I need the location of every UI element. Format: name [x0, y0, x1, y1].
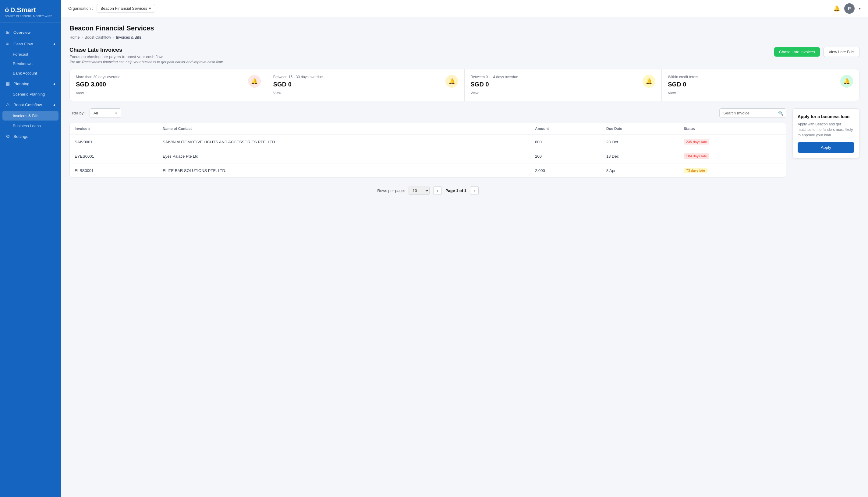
view-late-bills-button[interactable]: View Late Bills: [824, 47, 859, 57]
filter-row: Filter by: All Overdue Due Soon Paid 🔍: [69, 108, 786, 118]
avatar[interactable]: P: [844, 3, 855, 14]
stat-label-3: Within credit terms: [668, 75, 853, 79]
planning-icon: ▦: [5, 81, 10, 86]
sidebar-item-label: Boost Cashflow: [13, 102, 42, 107]
section-tip: Pro tip: Receivables financing can help …: [69, 60, 223, 64]
table-row[interactable]: EYES0001 Eyes Palace Pte Ltd 200 18 Dec …: [70, 149, 786, 164]
cell-invoice: EYES0001: [70, 149, 158, 164]
filter-select[interactable]: All Overdue Due Soon Paid: [89, 108, 121, 118]
col-invoice: Invoice #: [70, 123, 158, 135]
rows-per-page-label: Rows per page:: [377, 188, 405, 193]
col-contact: Name of Contact: [158, 123, 530, 135]
cell-due-date: 18 Dec: [602, 149, 679, 164]
status-badge: 184 days late: [684, 153, 709, 159]
cell-contact: Eyes Palace Pte Ltd: [158, 149, 530, 164]
stat-label-2: Between 0 - 14 days overdue: [471, 75, 656, 79]
cell-status: 235 days late: [679, 135, 786, 149]
breadcrumb: Home › Boost Cashflow › Invoices & Bills: [69, 35, 859, 40]
cashflow-icon: ≋: [5, 41, 10, 46]
sidebar-item-scenario-planning[interactable]: Scenario Planning: [0, 89, 61, 99]
main-section: Filter by: All Overdue Due Soon Paid 🔍: [69, 108, 786, 198]
sidebar-item-label: Overview: [13, 30, 30, 35]
overview-icon: ⊞: [5, 29, 10, 35]
sidebar-item-label: Scenario Planning: [13, 92, 45, 97]
stat-label-0: More than 30 days overdue: [76, 75, 261, 79]
sidebar-item-bank-account[interactable]: Bank Account: [0, 69, 61, 78]
topbar-right: 🔔 P ▾: [833, 3, 861, 14]
sidebar-item-overview[interactable]: ⊞ Overview: [0, 27, 61, 38]
table-row[interactable]: SAIV0001 SAIVIN AUTOMOTIVE LIGHTS AND AC…: [70, 135, 786, 149]
stat-icon-3: 🔔: [840, 75, 853, 88]
breadcrumb-sep-2: ›: [113, 35, 114, 40]
settings-icon: ⚙: [5, 133, 10, 139]
table-row[interactable]: ELBS0001 ELITE BAR SOLUTIONS PTE. LTD. 2…: [70, 164, 786, 178]
notification-bell-icon[interactable]: 🔔: [833, 5, 840, 12]
cell-amount: 200: [530, 149, 602, 164]
invoice-table: Invoice # Name of Contact Amount Due Dat…: [70, 123, 786, 178]
stat-view-3[interactable]: View: [668, 91, 853, 95]
org-selector[interactable]: Beacon Financial Services ▾: [97, 4, 155, 13]
sidebar-item-label: Bank Account: [13, 71, 37, 75]
stat-value-0: SGD 3,000: [76, 81, 261, 88]
sidebar-item-breakdown[interactable]: Breakdown: [0, 59, 61, 69]
search-container: 🔍: [719, 108, 786, 118]
pagination-row: Rows per page: 10 25 50 ‹ Page 1 of 1 ›: [69, 183, 786, 198]
chevron-up-icon: ▲: [53, 42, 56, 46]
page-title: Beacon Financial Services: [69, 24, 859, 32]
next-page-button[interactable]: ›: [470, 186, 479, 195]
stat-card-15-30: Between 15 - 30 days overdue SGD 0 View …: [267, 69, 465, 101]
prev-page-button[interactable]: ‹: [433, 186, 442, 195]
section-description: Focus on chasing late payers to boost yo…: [69, 55, 223, 59]
col-due-date: Due Date: [602, 123, 679, 135]
sidebar-item-boost-cashflow[interactable]: ⚠ Boost Cashflow ▲: [0, 99, 61, 111]
topbar-chevron-icon[interactable]: ▾: [859, 6, 861, 11]
sidebar-item-planning[interactable]: ▦ Planning ▲: [0, 78, 61, 89]
loan-panel: Apply for a business loan Apply with Bea…: [793, 108, 859, 159]
stat-icon-0: 🔔: [248, 75, 261, 88]
sidebar-item-business-loans[interactable]: Business Loans: [0, 121, 61, 131]
sidebar-item-label: Forecast: [13, 52, 28, 57]
breadcrumb-sep-1: ›: [81, 35, 83, 40]
sidebar-item-label: Cash Flow: [13, 42, 33, 46]
cell-due-date: 28 Oct: [602, 135, 679, 149]
apply-button[interactable]: Apply: [798, 142, 854, 153]
stat-card-0-14: Between 0 - 14 days overdue SGD 0 View 🔔: [465, 69, 662, 101]
cell-due-date: 8 Apr: [602, 164, 679, 178]
stat-card-within-terms: Within credit terms SGD 0 View 🔔: [662, 69, 859, 101]
status-badge: 235 days late: [684, 139, 709, 145]
sidebar-item-label: Settings: [13, 134, 28, 139]
stat-view-0[interactable]: View: [76, 91, 261, 95]
sidebar-item-cashflow[interactable]: ≋ Cash Flow ▲: [0, 38, 61, 49]
cell-invoice: ELBS0001: [70, 164, 158, 178]
sidebar-item-forecast[interactable]: Forecast: [0, 49, 61, 59]
section-actions: Chase Late Invoices View Late Bills: [774, 47, 859, 57]
org-label: Organisation :: [68, 6, 93, 11]
search-input[interactable]: [719, 108, 786, 118]
logo-sub: SMART PLANNING, MONEY-WISE.: [5, 15, 56, 18]
breadcrumb-boost[interactable]: Boost Cashflow: [85, 35, 111, 40]
topbar: Organisation : Beacon Financial Services…: [61, 0, 868, 17]
sidebar-item-label: Breakdown: [13, 61, 32, 66]
sidebar-logo: ō D.Smart SMART PLANNING, MONEY-WISE.: [0, 0, 61, 23]
breadcrumb-home[interactable]: Home: [69, 35, 80, 40]
section-header: Chase Late Invoices Focus on chasing lat…: [69, 47, 859, 64]
cell-status: 73 days late: [679, 164, 786, 178]
org-name: Beacon Financial Services: [100, 6, 147, 11]
chase-late-invoices-button[interactable]: Chase Late Invoices: [774, 47, 820, 57]
col-amount: Amount: [530, 123, 602, 135]
stat-view-2[interactable]: View: [471, 91, 656, 95]
sidebar-item-label: Invoices & Bills: [13, 114, 39, 118]
logo-text: ō D.Smart: [5, 6, 56, 14]
sidebar-item-invoices-bills[interactable]: Invoices & Bills: [2, 111, 58, 120]
sidebar-item-settings[interactable]: ⚙ Settings: [0, 131, 61, 142]
breadcrumb-current: Invoices & Bills: [116, 35, 142, 40]
cell-contact: ELITE BAR SOLUTIONS PTE. LTD.: [158, 164, 530, 178]
stat-view-1[interactable]: View: [273, 91, 458, 95]
main-container: Organisation : Beacon Financial Services…: [61, 0, 868, 497]
stat-card-30-plus: More than 30 days overdue SGD 3,000 View…: [70, 69, 267, 101]
rows-per-page-select[interactable]: 10 25 50: [409, 187, 430, 195]
stat-value-2: SGD 0: [471, 81, 656, 88]
sidebar-item-label: Business Loans: [13, 124, 41, 128]
stat-icon-1: 🔔: [445, 75, 458, 88]
sidebar: ō D.Smart SMART PLANNING, MONEY-WISE. ⊞ …: [0, 0, 61, 497]
